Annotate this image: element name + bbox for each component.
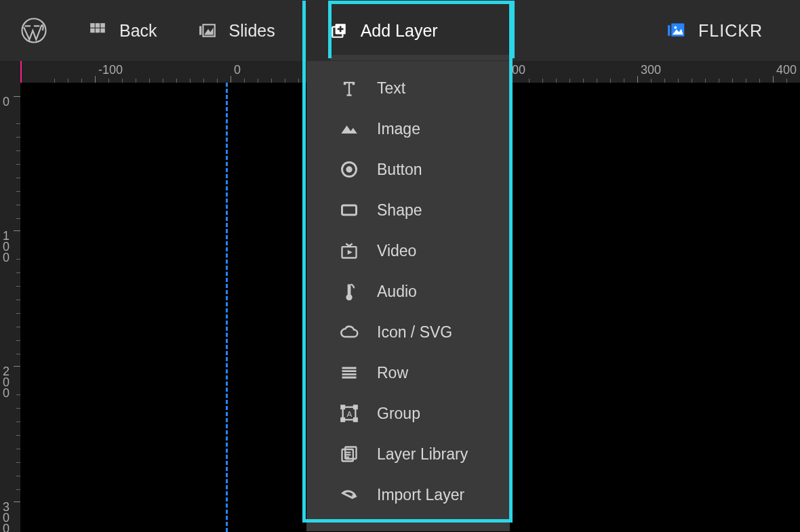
svg-rect-1 [90, 23, 95, 28]
ruler-h-tick-label: 0 [234, 63, 241, 77]
add-layer-dropdown: Text Image Button Shape Video Audio Ic [306, 61, 510, 531]
dropdown-item-label: Group [377, 405, 420, 423]
ruler-origin-marker [20, 61, 22, 83]
dropdown-item-label: Text [377, 79, 405, 98]
import-icon [339, 485, 359, 505]
dropdown-item-shape[interactable]: Shape [306, 190, 510, 230]
flickr-button[interactable]: FLICKR [654, 0, 776, 61]
back-label: Back [119, 21, 157, 41]
dropdown-item-image[interactable]: Image [306, 108, 510, 149]
slides-label: Slides [229, 21, 275, 41]
dropdown-item-label: Shape [377, 201, 422, 220]
slides-icon [198, 21, 217, 40]
canvas-guide-vertical[interactable] [226, 83, 228, 532]
dropdown-item-label: Audio [377, 283, 417, 301]
dropdown-item-audio[interactable]: Audio [306, 271, 510, 312]
svg-point-15 [346, 166, 352, 172]
dropdown-item-label: Layer Library [377, 445, 468, 464]
svg-rect-21 [341, 418, 344, 422]
back-button[interactable]: Back [75, 0, 171, 61]
audio-icon [339, 281, 359, 302]
flickr-image-icon [667, 21, 686, 40]
svg-rect-3 [100, 23, 105, 28]
dropdown-item-label: Image [377, 120, 420, 138]
add-layer-button[interactable]: Add Layer [302, 0, 472, 61]
add-layer-icon [329, 21, 348, 40]
dropdown-item-label: Video [377, 242, 416, 260]
dropdown-item-row[interactable]: Row [306, 352, 510, 393]
ruler-h-tick-label: 300 [641, 63, 661, 77]
dropdown-item-label: Row [377, 364, 408, 382]
cloud-icon [339, 322, 359, 342]
svg-rect-5 [96, 28, 100, 33]
svg-rect-16 [342, 205, 357, 215]
dropdown-item-button[interactable]: Button [306, 149, 510, 190]
svg-rect-11 [668, 25, 670, 36]
image-icon [339, 119, 359, 139]
flickr-label: FLICKR [698, 21, 763, 41]
svg-rect-22 [354, 418, 357, 422]
add-layer-label: Add Layer [361, 21, 438, 41]
dropdown-item-label: Import Layer [377, 486, 464, 504]
slides-button[interactable]: Slides [184, 0, 289, 61]
svg-rect-2 [96, 23, 100, 28]
dropdown-item-import-layer[interactable]: Import Layer [306, 474, 510, 515]
ruler-vertical[interactable]: 0 100 200 300 [0, 83, 20, 532]
wordpress-logo-icon[interactable] [20, 17, 47, 44]
dropdown-item-icon-svg[interactable]: Icon / SVG [306, 312, 510, 352]
svg-rect-19 [341, 405, 344, 409]
svg-rect-4 [90, 28, 95, 33]
group-icon: A [339, 403, 359, 424]
dropdown-item-layer-library[interactable]: Layer Library [306, 434, 510, 474]
svg-point-13 [674, 26, 677, 29]
grid-icon [88, 21, 107, 40]
dropdown-item-video[interactable]: Video [306, 230, 510, 271]
dropdown-item-label: Icon / SVG [377, 323, 452, 342]
button-icon [339, 159, 359, 180]
top-toolbar: Back Slides Add Layer [0, 0, 800, 61]
dropdown-item-text[interactable]: Text [306, 68, 510, 108]
row-icon [339, 363, 359, 383]
svg-rect-7 [199, 26, 201, 35]
ruler-h-tick-label: -100 [98, 63, 123, 77]
dropdown-item-label: Button [377, 161, 422, 179]
ruler-corner [0, 61, 20, 83]
shape-icon [339, 200, 359, 220]
video-icon [339, 241, 359, 261]
svg-text:A: A [347, 409, 353, 418]
ruler-v-tick-label: 0 [3, 96, 9, 107]
dropdown-item-group[interactable]: A Group [306, 393, 510, 434]
text-icon [339, 78, 359, 98]
svg-rect-20 [354, 405, 357, 409]
ruler-h-tick-label: 400 [776, 63, 797, 77]
library-icon [339, 444, 359, 464]
svg-rect-6 [100, 28, 105, 33]
